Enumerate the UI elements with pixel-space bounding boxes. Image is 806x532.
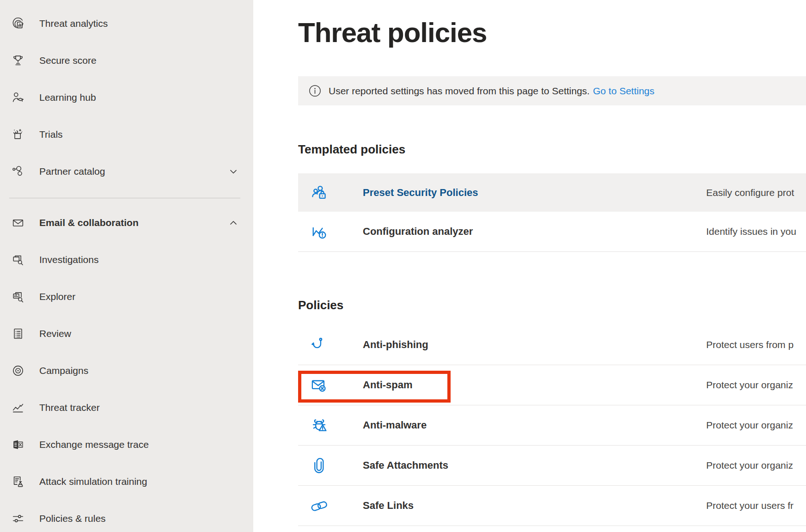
sidebar-item-exchange-message-trace[interactable]: Exchange message trace	[0, 426, 253, 463]
sidebar-item-label: Partner catalog	[39, 166, 105, 177]
sidebar-item-label: Explorer	[39, 291, 75, 302]
chevron-down-icon	[227, 165, 239, 177]
campaigns-target-icon	[11, 364, 25, 378]
sidebar-item-label: Threat analytics	[39, 18, 108, 29]
partner-catalog-icon	[11, 165, 25, 178]
sidebar-item-label: Learning hub	[39, 92, 96, 103]
main-content: Threat policies User reported settings h…	[253, 0, 806, 532]
sidebar-item-threat-analytics[interactable]: Threat analytics	[0, 5, 253, 42]
row-label: Anti-spam	[363, 379, 413, 391]
sidebar-item-threat-tracker[interactable]: Threat tracker	[0, 389, 253, 426]
sidebar-item-trials[interactable]: Trials	[0, 116, 253, 153]
info-banner: User reported settings has moved from th…	[298, 76, 806, 105]
banner-text: User reported settings has moved from th…	[329, 86, 590, 97]
sidebar-item-label: Email & collaboration	[39, 217, 139, 228]
mail-icon	[11, 216, 25, 230]
review-list-icon	[11, 327, 25, 341]
anti-phishing-hook-icon	[309, 335, 329, 355]
row-anti-malware[interactable]: Anti-malware Protect your organiz	[298, 405, 806, 446]
sidebar-item-label: Investigations	[39, 254, 98, 265]
sidebar-item-label: Secure score	[39, 55, 97, 66]
policies-heading: Policies	[298, 298, 343, 312]
learning-hub-icon	[11, 91, 25, 104]
sliders-icon	[11, 512, 25, 526]
row-label: Anti-phishing	[363, 339, 428, 351]
row-description: Protect your organiz	[706, 460, 793, 471]
sidebar-item-partner-catalog[interactable]: Partner catalog	[0, 153, 253, 190]
row-label: Anti-malware	[363, 419, 427, 431]
preset-security-policies-icon	[309, 183, 329, 203]
row-configuration-analyzer[interactable]: Configuration analyzer Identify issues i…	[298, 212, 806, 252]
row-safe-attachments[interactable]: Safe Attachments Protect your organiz	[298, 446, 806, 486]
explorer-icon	[11, 290, 25, 304]
sidebar: Threat analytics Secure score	[0, 0, 253, 532]
trials-gift-icon	[11, 128, 25, 141]
page-title: Threat policies	[298, 17, 487, 49]
sidebar-item-policies-rules[interactable]: Policies & rules	[0, 500, 253, 532]
row-description: Protect your organiz	[706, 379, 793, 391]
anti-malware-bug-icon	[309, 415, 329, 435]
sidebar-item-label: Campaigns	[39, 365, 88, 376]
templated-policies-list: Preset Security Policies Easily configur…	[298, 173, 806, 252]
row-preset-security-policies[interactable]: Preset Security Policies Easily configur…	[298, 173, 806, 212]
safe-links-chain-icon	[309, 495, 329, 516]
row-label: Configuration analyzer	[363, 226, 473, 238]
sidebar-item-label: Trials	[39, 129, 63, 140]
row-description: Protect your organiz	[706, 420, 793, 431]
threat-analytics-icon	[11, 17, 25, 31]
exchange-logo-icon	[11, 438, 25, 452]
sidebar-item-explorer[interactable]: Explorer	[0, 278, 253, 315]
sidebar-divider	[9, 198, 240, 198]
row-anti-phishing[interactable]: Anti-phishing Protect users from p	[298, 325, 806, 365]
row-description: Protect your users fr	[706, 500, 794, 511]
sidebar-item-investigations[interactable]: Investigations	[0, 241, 253, 278]
go-to-settings-link[interactable]: Go to Settings	[593, 86, 654, 97]
sidebar-item-secure-score[interactable]: Secure score	[0, 42, 253, 79]
sidebar-item-label: Exchange message trace	[39, 439, 149, 450]
sidebar-item-label: Attack simulation training	[39, 476, 147, 487]
policies-list: Anti-phishing Protect users from p Anti-…	[298, 325, 806, 526]
row-safe-links[interactable]: Safe Links Protect your users fr	[298, 486, 806, 526]
chevron-up-icon	[227, 217, 239, 229]
sidebar-item-label: Review	[39, 328, 71, 339]
anti-spam-icon	[309, 375, 329, 395]
row-anti-spam[interactable]: Anti-spam Protect your organiz	[298, 365, 806, 405]
sidebar-item-review[interactable]: Review	[0, 315, 253, 352]
info-icon	[309, 85, 321, 97]
templated-policies-heading: Templated policies	[298, 142, 405, 157]
sidebar-item-label: Policies & rules	[39, 513, 106, 524]
row-description: Easily configure prot	[706, 187, 794, 198]
row-description: Protect users from p	[706, 339, 794, 350]
sidebar-item-attack-simulation-training[interactable]: Attack simulation training	[0, 463, 253, 500]
paperclip-icon	[309, 455, 329, 476]
trophy-icon	[11, 54, 25, 67]
row-description: Identify issues in you	[706, 226, 796, 237]
sidebar-item-learning-hub[interactable]: Learning hub	[0, 79, 253, 116]
attack-simulation-icon	[11, 475, 25, 489]
sidebar-item-label: Threat tracker	[39, 402, 100, 413]
sidebar-item-email-collaboration[interactable]: Email & collaboration	[0, 204, 253, 241]
sidebar-item-campaigns[interactable]: Campaigns	[0, 352, 253, 389]
row-label: Safe Links	[363, 500, 414, 512]
investigations-icon	[11, 253, 25, 267]
line-chart-icon	[11, 401, 25, 415]
configuration-analyzer-icon	[309, 221, 329, 242]
row-label: Preset Security Policies	[363, 187, 478, 199]
row-label: Safe Attachments	[363, 459, 448, 471]
